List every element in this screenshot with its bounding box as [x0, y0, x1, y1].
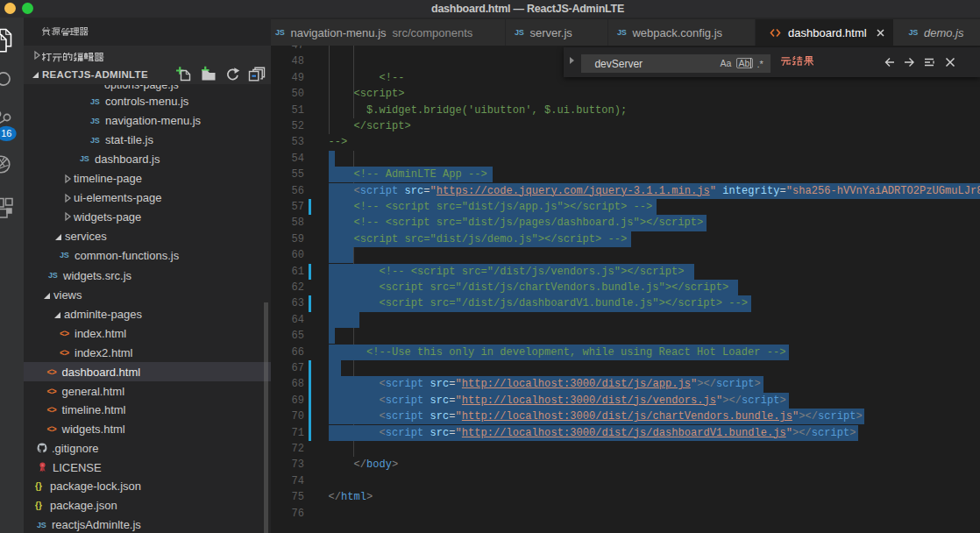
svg-text:16: 16	[1, 128, 11, 139]
